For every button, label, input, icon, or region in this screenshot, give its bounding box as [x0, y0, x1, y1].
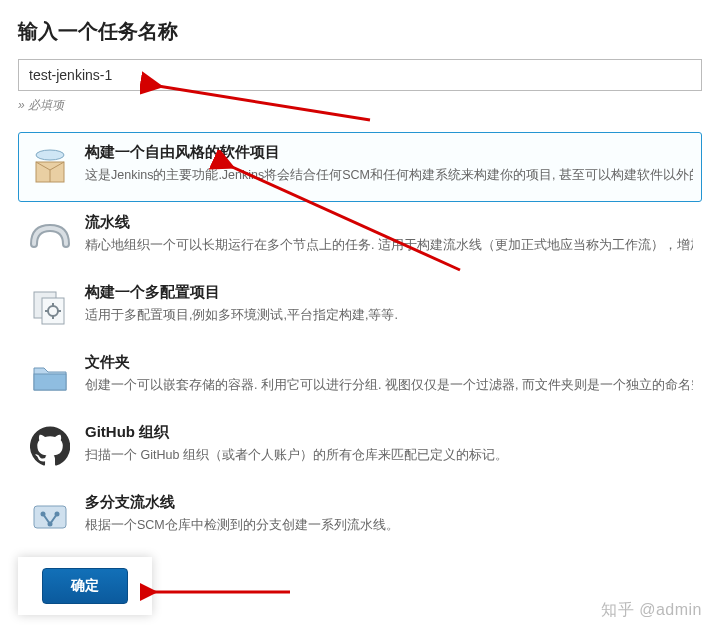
folder-icon [27, 353, 73, 399]
job-name-input[interactable] [18, 59, 702, 91]
option-multiconfig[interactable]: 构建一个多配置项目 适用于多配置项目,例如多环境测试,平台指定构建,等等. [18, 272, 702, 342]
annotation-arrow [140, 572, 300, 612]
freestyle-icon [27, 143, 73, 189]
option-title: 构建一个自由风格的软件项目 [85, 143, 693, 162]
option-title: 构建一个多配置项目 [85, 283, 693, 302]
option-title: 多分支流水线 [85, 493, 693, 512]
page-title: 输入一个任务名称 [18, 18, 702, 45]
ok-button[interactable]: 确定 [42, 568, 128, 604]
option-desc: 扫描一个 GitHub 组织（或者个人账户）的所有仓库来匹配已定义的标记。 [85, 446, 693, 465]
footer-bar: 确定 [18, 557, 152, 615]
svg-point-0 [36, 150, 64, 160]
required-note: » 必填项 [18, 97, 702, 114]
multiconfig-icon [27, 283, 73, 329]
option-title: 文件夹 [85, 353, 693, 372]
svg-rect-10 [34, 374, 66, 390]
option-desc: 这是Jenkins的主要功能.Jenkins将会结合任何SCM和任何构建系统来构… [85, 166, 693, 185]
watermark: 知乎 @admin [601, 600, 702, 621]
github-icon [27, 423, 73, 469]
pipeline-icon [27, 213, 73, 259]
multibranch-icon [27, 493, 73, 539]
option-desc: 适用于多配置项目,例如多环境测试,平台指定构建,等等. [85, 306, 693, 325]
option-multibranch[interactable]: 多分支流水线 根据一个SCM仓库中检测到的分支创建一系列流水线。 [18, 482, 702, 552]
option-desc: 创建一个可以嵌套存储的容器. 利用它可以进行分组. 视图仅仅是一个过滤器, 而文… [85, 376, 693, 395]
option-title: GitHub 组织 [85, 423, 693, 442]
project-type-list: 构建一个自由风格的软件项目 这是Jenkins的主要功能.Jenkins将会结合… [18, 132, 702, 552]
option-title: 流水线 [85, 213, 693, 232]
option-folder[interactable]: 文件夹 创建一个可以嵌套存储的容器. 利用它可以进行分组. 视图仅仅是一个过滤器… [18, 342, 702, 412]
option-desc: 根据一个SCM仓库中检测到的分支创建一系列流水线。 [85, 516, 693, 535]
option-desc: 精心地组织一个可以长期运行在多个节点上的任务. 适用于构建流水线（更加正式地应当… [85, 236, 693, 255]
option-github-org[interactable]: GitHub 组织 扫描一个 GitHub 组织（或者个人账户）的所有仓库来匹配… [18, 412, 702, 482]
option-freestyle[interactable]: 构建一个自由风格的软件项目 这是Jenkins的主要功能.Jenkins将会结合… [18, 132, 702, 202]
option-pipeline[interactable]: 流水线 精心地组织一个可以长期运行在多个节点上的任务. 适用于构建流水线（更加正… [18, 202, 702, 272]
